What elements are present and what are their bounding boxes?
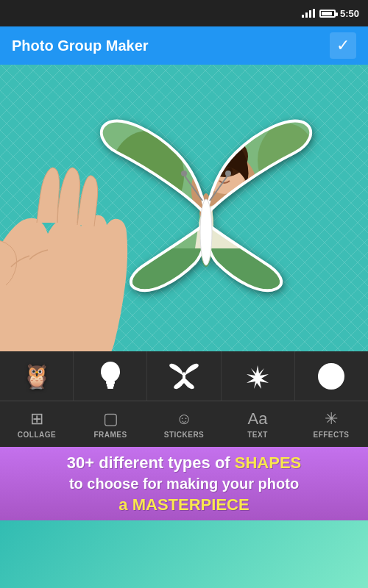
stickers-icon: ☺ xyxy=(176,409,192,429)
promo-line1: 30+ different types of SHAPES xyxy=(67,453,302,473)
app-bar: Photo Group Maker ✓ xyxy=(0,26,368,65)
svg-rect-18 xyxy=(107,387,113,389)
effects-nav-item[interactable]: ✳ EFFECTS xyxy=(294,401,368,447)
effects-label: EFFECTS xyxy=(313,431,349,439)
app-title: Photo Group Maker xyxy=(12,37,149,54)
status-time: 5:50 xyxy=(340,8,359,19)
lightbulb-icon xyxy=(97,360,124,392)
promo-line2: to choose for making your photo xyxy=(69,476,299,492)
bottom-nav: ⊞ COLLAGE ▢ FRAMES ☺ STICKERS Aa TEXT ✳ … xyxy=(0,401,368,447)
frames-icon: ▢ xyxy=(103,409,118,429)
frames-label: FRAMES xyxy=(93,431,127,439)
svg-point-13 xyxy=(225,171,231,176)
butterfly-icon xyxy=(169,363,199,390)
owl-icon: 🦉 xyxy=(22,362,52,390)
svg-point-11 xyxy=(181,171,187,176)
svg-point-21 xyxy=(318,363,344,390)
owl-shape-button[interactable]: 🦉 xyxy=(0,351,74,401)
svg-point-19 xyxy=(183,372,185,384)
hand-image xyxy=(0,138,132,351)
toolbar: 🦉 xyxy=(0,351,368,447)
stickers-label: STICKERS xyxy=(164,431,205,439)
confirm-button[interactable]: ✓ xyxy=(330,32,356,59)
svg-point-14 xyxy=(200,199,212,265)
flower-icon xyxy=(244,362,272,390)
stickers-nav-item[interactable]: ☺ STICKERS xyxy=(147,401,221,447)
lightbulb-shape-button[interactable] xyxy=(74,351,147,401)
promo-line1-highlight: SHAPES xyxy=(235,453,301,472)
circle-icon xyxy=(316,362,346,391)
svg-point-15 xyxy=(101,362,120,382)
svg-point-9 xyxy=(258,123,316,197)
promo-line3: a MASTERPIECE xyxy=(118,495,249,514)
svg-rect-16 xyxy=(106,381,115,384)
check-icon: ✓ xyxy=(336,37,350,54)
frames-nav-item[interactable]: ▢ FRAMES xyxy=(74,401,147,447)
promo-line1-prefix: 30+ different types of xyxy=(67,453,235,472)
promo-banner: 30+ different types of SHAPES to choose … xyxy=(0,447,368,520)
status-bar: 5:50 xyxy=(0,0,368,26)
collage-icon: ⊞ xyxy=(30,409,43,429)
battery-icon xyxy=(319,10,336,18)
flower-shape-button[interactable] xyxy=(222,351,295,401)
shape-options: 🦉 xyxy=(0,351,368,401)
svg-point-20 xyxy=(255,374,261,380)
collage-label: COLLAGE xyxy=(18,431,56,439)
butterfly-shape-button[interactable] xyxy=(147,351,221,401)
collage-nav-item[interactable]: ⊞ COLLAGE xyxy=(0,401,74,447)
main-canvas[interactable] xyxy=(0,65,368,351)
text-icon: Aa xyxy=(248,409,268,429)
effects-icon: ✳ xyxy=(325,409,338,429)
signal-icon xyxy=(302,9,315,18)
svg-rect-17 xyxy=(107,384,114,387)
circle-shape-button[interactable] xyxy=(295,351,368,401)
text-nav-item[interactable]: Aa TEXT xyxy=(221,401,294,447)
text-label: TEXT xyxy=(247,431,268,439)
